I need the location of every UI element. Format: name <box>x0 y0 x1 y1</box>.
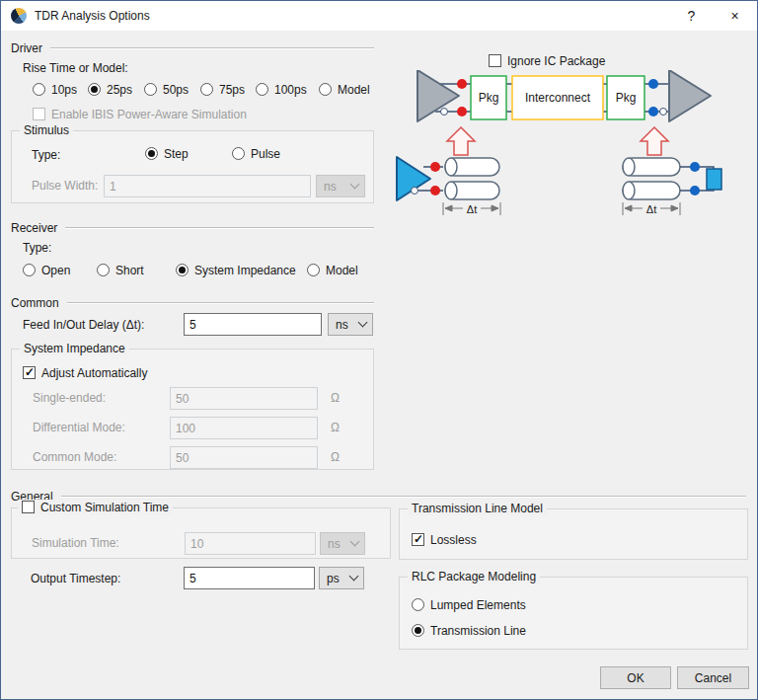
radio-rise-time-50ps[interactable]: 50ps <box>144 82 189 97</box>
receiver-section-label: Receiver <box>11 221 57 235</box>
driver-section-header: Driver <box>11 41 374 55</box>
interconnect-box-label: Interconnect <box>525 91 591 105</box>
custom-simulation-time-group: Custom Simulation Time Simulation Time: … <box>11 507 391 559</box>
app-icon <box>11 8 27 24</box>
radio-label: 10ps <box>51 83 77 97</box>
cancel-button[interactable]: Cancel <box>677 666 749 689</box>
receiver-pin-dot <box>648 79 658 89</box>
chevron-down-icon <box>350 180 360 190</box>
checkbox-label: Ignore IC Package <box>507 54 605 68</box>
checkbox-box <box>23 366 36 379</box>
receiver-type-label: Type: <box>23 241 51 255</box>
checkbox-label: Custom Simulation Time <box>40 501 169 514</box>
radio-rise-time-model[interactable]: Model <box>319 82 370 97</box>
divider <box>67 302 374 304</box>
ibis-power-aware-checkbox: Enable IBIS Power-Aware Simulation <box>33 107 247 121</box>
inverter-bubble-icon <box>441 109 448 116</box>
delta-t-label: Δt <box>646 203 656 215</box>
tdr-analysis-options-dialog: TDR Analysis Options ? × Driver Rise Tim… <box>0 0 758 700</box>
driver-buffer-icon <box>417 70 459 121</box>
transmission-line-cylinders <box>623 158 680 199</box>
radio-receiver-short[interactable]: Short <box>97 263 144 277</box>
transmission-line-cylinders <box>445 158 499 199</box>
radio-transmission-line[interactable]: Transmission Line <box>412 623 526 638</box>
probe-arrow-icon <box>447 127 475 155</box>
radio-receiver-open[interactable]: Open <box>23 263 70 277</box>
radio-rise-time-100ps[interactable]: 100ps <box>256 82 307 97</box>
tdr-diagram: Pkg Interconnect Pkg Δt <box>396 70 758 223</box>
radio-dot <box>145 147 158 160</box>
radio-dot <box>97 264 110 276</box>
ok-button[interactable]: OK <box>600 666 671 689</box>
radio-receiver-model[interactable]: Model <box>307 263 358 277</box>
help-button[interactable]: ? <box>669 1 714 31</box>
radio-label: Short <box>115 264 144 277</box>
ignore-ic-package-checkbox[interactable]: Ignore IC Package <box>489 53 605 68</box>
radio-label: 100ps <box>274 83 307 97</box>
differential-mode-label: Differential Mode: <box>33 421 125 434</box>
radio-rise-time-10ps[interactable]: 10ps <box>33 82 77 97</box>
adjust-automatically-checkbox[interactable]: Adjust Automatically <box>23 365 147 380</box>
close-icon: × <box>730 8 738 24</box>
feed-delay-input[interactable] <box>184 313 322 336</box>
differential-mode-input <box>170 417 318 439</box>
pulse-width-unit-select: ns <box>316 175 365 197</box>
title-bar[interactable]: TDR Analysis Options ? × <box>1 1 757 31</box>
common-mode-unit: Ω <box>331 450 340 464</box>
radio-dot <box>88 83 101 96</box>
pkg-box-label: Pkg <box>479 91 499 105</box>
output-timestep-input[interactable] <box>184 567 315 589</box>
radio-lumped-elements[interactable]: Lumped Elements <box>412 597 526 612</box>
radio-stimulus-pulse[interactable]: Pulse <box>232 146 280 161</box>
lossless-checkbox[interactable]: Lossless <box>412 532 477 547</box>
delta-t-label: Δt <box>467 203 477 215</box>
differential-mode-unit: Ω <box>331 421 340 434</box>
checkbox-box <box>33 108 45 120</box>
stimulus-type-label: Type: <box>32 148 60 162</box>
feed-delay-unit-select[interactable]: ns <box>328 313 373 336</box>
inverter-bubble-icon <box>412 188 418 194</box>
checkbox-box <box>22 501 35 513</box>
inverter-bubble-icon <box>660 109 667 116</box>
radio-label: Transmission Line <box>430 624 526 638</box>
checkbox-box <box>489 54 501 67</box>
custom-simulation-time-checkbox[interactable]: Custom Simulation Time <box>18 500 173 514</box>
radio-label: 25ps <box>107 83 132 97</box>
output-timestep-label: Output Timestep: <box>31 572 120 585</box>
chevron-down-icon <box>358 318 368 328</box>
radio-rise-time-75ps[interactable]: 75ps <box>200 82 245 97</box>
radio-label: Lumped Elements <box>430 598 526 612</box>
radio-dot <box>319 83 332 96</box>
divider <box>50 47 374 49</box>
driver-pin-dot <box>430 186 440 195</box>
radio-dot <box>33 83 45 96</box>
single-ended-label: Single-ended: <box>33 391 106 405</box>
unit-value: ns <box>328 537 341 551</box>
receiver-pin-dot <box>690 186 700 195</box>
driver-pin-dot <box>457 107 467 117</box>
divider <box>61 496 746 498</box>
window-title: TDR Analysis Options <box>35 9 150 23</box>
termination-resistor-icon <box>707 169 721 190</box>
output-timestep-unit-select[interactable]: ps <box>319 567 364 589</box>
radio-dot <box>176 264 189 276</box>
receiver-pin-dot <box>690 162 700 172</box>
radio-dot <box>412 598 424 611</box>
pulse-width-label: Pulse Width: <box>32 179 98 193</box>
radio-dot <box>256 83 268 96</box>
chevron-down-icon <box>349 572 359 582</box>
simulation-time-input <box>185 532 316 555</box>
unit-value: ns <box>324 180 337 194</box>
rise-time-label: Rise Time or Model: <box>23 61 128 75</box>
close-button[interactable]: × <box>713 1 757 31</box>
radio-dot <box>200 83 213 96</box>
radio-stimulus-step[interactable]: Step <box>145 146 189 161</box>
radio-rise-time-25ps[interactable]: 25ps <box>88 82 132 97</box>
radio-label: Open <box>41 264 70 277</box>
single-ended-unit: Ω <box>331 391 340 405</box>
radio-dot <box>307 264 320 276</box>
radio-receiver-system-impedance[interactable]: System Impedance <box>176 263 296 277</box>
driver-section-label: Driver <box>11 41 42 55</box>
pulse-width-input <box>104 175 311 197</box>
single-ended-input <box>170 387 318 410</box>
